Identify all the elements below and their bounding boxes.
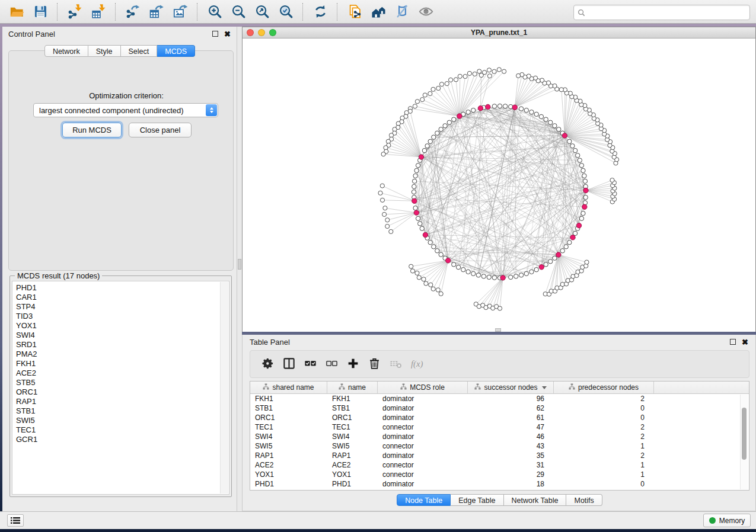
mcds-result-item[interactable]: STP4 [16,302,229,312]
export-network-button[interactable] [122,2,143,22]
toggle-label-visibility-button[interactable] [391,2,413,22]
tab-select[interactable]: Select [121,45,158,57]
mcds-result-item[interactable]: CAR1 [16,293,229,302]
column-header-shared-name[interactable]: shared name [250,382,327,393]
network-splitter-grip[interactable] [495,328,501,332]
window-close-traffic-light[interactable] [247,29,254,36]
export-image-button[interactable] [170,2,191,22]
cell-successor-nodes: 43 [468,442,554,450]
cell-mcds-role: dominator [378,480,468,488]
tab-mcds[interactable]: MCDS [157,45,195,57]
tab-style[interactable]: Style [88,45,121,57]
delete-column-button[interactable] [365,355,383,373]
mcds-result-item[interactable]: PHD1 [16,283,229,293]
close-icon[interactable]: ✖ [224,30,231,38]
table-row[interactable]: SWI5SWI5connector431 [250,441,749,451]
zoom-out-icon [231,4,247,20]
mcds-result-item[interactable]: TEC1 [16,425,229,435]
network-canvas[interactable] [243,39,755,332]
zoom-selected-button[interactable] [275,2,296,22]
import-network-icon [67,4,83,20]
memory-button[interactable]: Memory [703,514,751,527]
apply-layout-button[interactable] [310,2,331,22]
table-header-row: shared name name MCDS role successor nod… [250,382,749,394]
float-button[interactable] [730,339,736,345]
column-header-name[interactable]: name [327,382,378,393]
home-button[interactable] [368,2,389,22]
cell-mcds-role: connector [378,442,468,450]
tab-edge-table[interactable]: Edge Table [451,494,503,506]
mcds-result-item[interactable]: STB1 [16,406,229,416]
save-session-button[interactable] [30,2,51,22]
column-header-successor-nodes[interactable]: successor nodes [468,382,554,393]
toolbar-separator [57,3,58,21]
mcds-result-item[interactable]: SWI5 [16,416,229,425]
mcds-result-item[interactable]: TID3 [16,312,229,321]
table-scrollbar[interactable] [740,395,748,489]
optimization-criterion-select[interactable]: largest connected component (undirected) [33,103,218,117]
table-row[interactable]: STB1STB1dominator620 [250,403,749,413]
search-input[interactable] [588,7,749,18]
criterion-value: largest connected component (undirected) [34,106,206,115]
tab-motifs[interactable]: Motifs [566,494,602,506]
zoom-in-button[interactable] [204,2,225,22]
splitter-grip[interactable] [238,259,241,270]
add-column-button[interactable] [344,355,362,373]
mcds-result-item[interactable]: FKH1 [16,359,229,368]
zoom-out-button[interactable] [228,2,249,22]
tab-network-table[interactable]: Network Table [504,494,567,506]
table-row[interactable]: ORC1ORC1dominator610 [250,413,749,422]
network-window-title: YPA_prune.txt_1 [243,28,755,37]
table-row[interactable]: FKH1FKH1dominator962 [250,394,749,403]
window-minimize-traffic-light[interactable] [258,29,265,36]
tab-node-table[interactable]: Node Table [397,494,451,506]
table-row[interactable]: ACE2ACE2connector311 [250,460,749,470]
table-panel-titlebar: Table Panel ✖ [243,335,755,349]
show-columns-button[interactable] [280,355,298,373]
table-row[interactable]: YOX1YOX1connector291 [250,470,749,479]
cell-mcds-role: connector [378,461,468,469]
mcds-result-item[interactable]: SRD1 [16,340,229,350]
zoom-fit-button[interactable] [251,2,273,22]
mcds-result-item[interactable]: RAP1 [16,397,229,406]
vertical-splitter[interactable] [237,27,242,511]
table-row[interactable]: RAP1RAP1dominator352 [250,451,749,460]
clear-selection-button[interactable] [323,355,340,373]
mcds-result-item[interactable]: ORC1 [16,387,229,397]
open-session-button[interactable] [6,2,27,22]
close-icon[interactable]: ✖ [742,338,748,346]
cell-name: SWI4 [327,432,378,441]
close-panel-button[interactable]: Close panel [129,123,192,137]
cell-shared-name: YOX1 [250,470,327,479]
mcds-result-item[interactable]: YOX1 [16,321,229,331]
table-scrollbar-thumb[interactable] [742,408,747,460]
table-settings-button[interactable] [259,355,276,373]
mcds-result-item[interactable]: PMA2 [16,350,229,359]
mcds-hub-node [457,114,462,118]
select-all-button[interactable] [301,355,319,373]
task-history-button[interactable] [7,514,24,527]
table-row[interactable]: TEC1TEC1connector472 [250,422,749,432]
import-network-button[interactable] [64,2,85,22]
float-button[interactable] [212,31,218,37]
column-header-mcds-role[interactable]: MCDS role [378,382,468,393]
run-mcds-button[interactable]: Run MCDS [62,123,122,137]
export-table-button[interactable] [146,2,167,22]
mcds-result-item[interactable]: GCR1 [16,435,229,444]
cell-name: STB1 [327,404,378,412]
mcds-list-scrollbar[interactable] [220,282,228,493]
mcds-result-item[interactable]: ACE2 [16,368,229,378]
mcds-result-item[interactable]: STB5 [16,378,229,387]
table-row[interactable]: SWI4SWI4dominator462 [250,432,749,441]
import-table-button[interactable] [88,2,109,22]
table-row[interactable]: PHD1PHD1dominator180 [250,479,749,489]
cell-mcds-role: dominator [378,404,468,412]
window-zoom-traffic-light[interactable] [269,29,276,36]
cell-predecessor-nodes: 1 [554,461,654,469]
network-overview-button[interactable] [344,2,365,22]
tab-network[interactable]: Network [44,45,88,57]
cell-shared-name: PHD1 [250,480,327,488]
show-hide-button[interactable] [415,2,436,22]
mcds-result-item[interactable]: SWI4 [16,331,229,340]
column-header-predecessor-nodes[interactable]: predecessor nodes [554,382,654,393]
